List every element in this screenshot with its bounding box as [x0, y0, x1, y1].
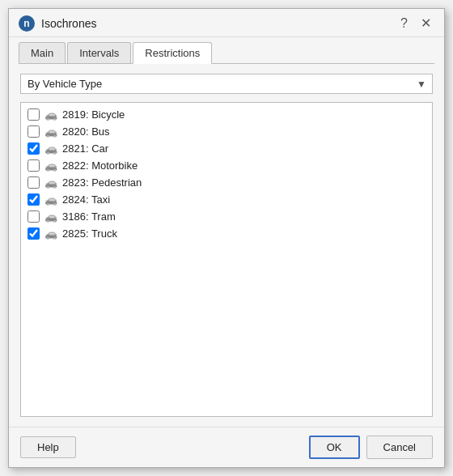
- vehicle-checkbox-truck[interactable]: [28, 227, 40, 240]
- vehicle-list-box: 🚗2819: Bicycle🚗2820: Bus🚗2821: Car🚗2822:…: [20, 102, 433, 417]
- list-item: 🚗2822: Motorbike: [21, 157, 432, 174]
- list-item: 🚗2825: Truck: [21, 225, 432, 242]
- tab-main[interactable]: Main: [19, 42, 66, 63]
- list-item: 🚗2824: Taxi: [21, 191, 432, 208]
- dropdown-wrapper: By Vehicle Type ▼: [20, 74, 433, 94]
- vehicle-checkbox-motorbike[interactable]: [28, 159, 40, 172]
- tab-restrictions[interactable]: Restrictions: [133, 42, 212, 64]
- help-button[interactable]: Help: [20, 436, 76, 458]
- vehicle-checkbox-taxi[interactable]: [28, 193, 40, 206]
- vehicle-type-dropdown-row: By Vehicle Type ▼: [20, 74, 433, 94]
- vehicle-label-pedestrian: 2823: Pedestrian: [62, 176, 142, 189]
- vehicle-label-bus: 2820: Bus: [62, 125, 110, 138]
- help-title-button[interactable]: ?: [397, 15, 411, 32]
- list-item: 🚗2819: Bicycle: [21, 106, 432, 123]
- vehicle-type-dropdown[interactable]: By Vehicle Type: [20, 74, 433, 94]
- vehicle-icon-bicycle: 🚗: [44, 108, 57, 121]
- vehicle-label-tram: 3186: Tram: [62, 210, 116, 223]
- vehicle-checkbox-bus[interactable]: [28, 125, 40, 138]
- vehicle-icon-tram: 🚗: [44, 210, 57, 223]
- footer: Help OK Cancel: [9, 427, 444, 467]
- vehicle-icon-taxi: 🚗: [44, 193, 57, 206]
- title-bar: n Isochrones ? ✕: [9, 9, 444, 37]
- tab-bar: Main Intervals Restrictions: [9, 37, 444, 63]
- title-left: n Isochrones: [19, 15, 96, 32]
- list-item: 🚗2823: Pedestrian: [21, 174, 432, 191]
- isochrones-dialog: n Isochrones ? ✕ Main Intervals Restrict…: [8, 8, 445, 468]
- cancel-button[interactable]: Cancel: [366, 436, 433, 459]
- dialog-title: Isochrones: [41, 17, 96, 30]
- footer-right: OK Cancel: [309, 436, 433, 459]
- vehicle-label-car: 2821: Car: [62, 142, 108, 155]
- vehicle-checkbox-bicycle[interactable]: [28, 108, 40, 121]
- vehicle-icon-car: 🚗: [44, 142, 57, 155]
- footer-left: Help: [20, 436, 76, 458]
- vehicle-checkbox-tram[interactable]: [28, 210, 40, 223]
- vehicle-label-motorbike: 2822: Motorbike: [62, 159, 138, 172]
- tab-intervals[interactable]: Intervals: [67, 42, 131, 63]
- vehicle-icon-truck: 🚗: [44, 227, 57, 240]
- ok-button[interactable]: OK: [309, 436, 360, 459]
- vehicle-label-truck: 2825: Truck: [62, 227, 117, 240]
- app-icon: n: [19, 15, 35, 32]
- title-actions: ? ✕: [397, 15, 434, 32]
- vehicle-icon-motorbike: 🚗: [44, 159, 57, 172]
- vehicle-icon-bus: 🚗: [44, 125, 57, 138]
- vehicle-icon-pedestrian: 🚗: [44, 176, 57, 189]
- close-title-button[interactable]: ✕: [417, 15, 434, 32]
- list-item: 🚗2820: Bus: [21, 123, 432, 140]
- list-item: 🚗3186: Tram: [21, 208, 432, 225]
- vehicle-label-bicycle: 2819: Bicycle: [62, 108, 125, 121]
- content-area: By Vehicle Type ▼ 🚗2819: Bicycle🚗2820: B…: [9, 64, 444, 427]
- vehicle-label-taxi: 2824: Taxi: [62, 193, 110, 206]
- vehicle-checkbox-car[interactable]: [28, 142, 40, 155]
- list-item: 🚗2821: Car: [21, 140, 432, 157]
- vehicle-checkbox-pedestrian[interactable]: [28, 176, 40, 189]
